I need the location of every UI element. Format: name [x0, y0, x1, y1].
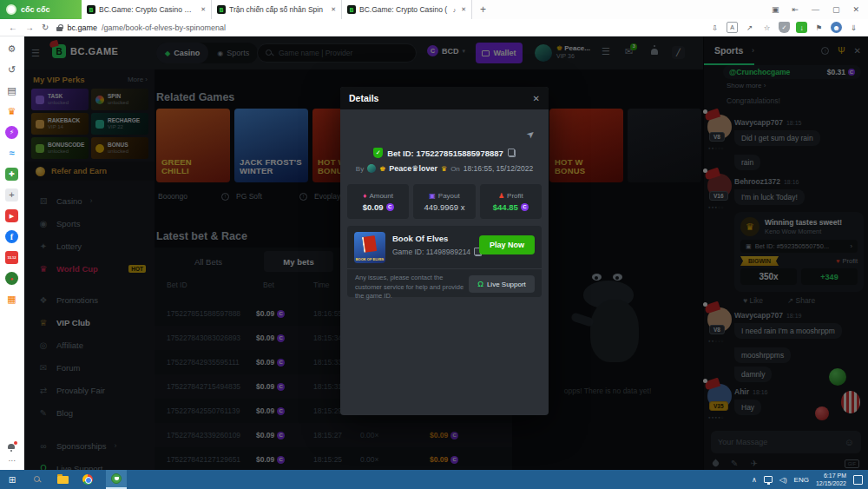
promo-bell-icon[interactable]: ⚑ [813, 22, 825, 33]
crown-icon: ♚ [379, 165, 385, 173]
rewards-crown-icon[interactable]: ♛ [5, 105, 18, 118]
copy-icon[interactable] [508, 149, 516, 157]
settings-icon[interactable]: ⚙ [5, 43, 18, 56]
bcgame-page: ☰ B BC.GAME ◆ Casino ◉ Sports [24, 36, 868, 470]
downloads-tray-icon[interactable]: ⇓ [848, 22, 859, 33]
coccoc-brand-button[interactable]: cốc cốc [0, 0, 82, 19]
download-manager-icon[interactable]: ↓ [796, 22, 807, 33]
browser-tabs: BC.Game: Crypto Casino Gan ✕ Trận chiến … [82, 0, 472, 19]
profile-avatar-icon[interactable]: ☻ [831, 22, 842, 33]
tab-favicon [217, 5, 226, 14]
action-center-icon[interactable] [853, 475, 863, 485]
close-icon[interactable]: ✕ [852, 5, 859, 14]
address-bar-icons: ⇩A↗☆✓↓⚑☻⇓ [709, 22, 859, 33]
tab-audio-icon: ♪ [453, 7, 457, 13]
tray-expand-icon[interactable]: ∧ [752, 476, 757, 484]
money-icon: ♦ [363, 192, 366, 200]
facebook-icon[interactable]: f [5, 230, 18, 243]
adblock-shield-icon[interactable]: ✓ [779, 22, 790, 33]
share-arrow-icon[interactable]: ➤ [524, 128, 537, 142]
reload-icon[interactable]: ↻ [42, 23, 49, 32]
bettor-name[interactable]: Peace♛lover [389, 164, 437, 173]
holiday-ornament-icon[interactable]: ● [5, 272, 18, 285]
calendar-icon[interactable]: 15.12 [5, 251, 18, 264]
tab-close-icon[interactable]: ✕ [329, 6, 336, 13]
language-indicator[interactable]: ENG [794, 476, 809, 484]
headset-icon: Ω [477, 280, 483, 288]
game-id: Game ID: 11498989214 [392, 248, 482, 256]
start-button[interactable]: ⊞ [5, 472, 19, 486]
divider [347, 268, 542, 269]
browser-side-icons: ⚙↺▤♛⚡≈✚+▶f15.12●▦ [5, 43, 18, 306]
new-tab-button[interactable]: + [472, 3, 494, 16]
youtube-icon[interactable]: ▶ [5, 209, 18, 222]
bettor-avatar [367, 164, 376, 173]
crown-icon: ♛ [441, 165, 447, 173]
game-info-box: BOOK OF ELVES Book Of Elves Game ID: 114… [347, 226, 542, 297]
url-host: bc.game [67, 23, 97, 32]
tab-close-icon[interactable]: ✕ [459, 6, 466, 13]
game-center-icon[interactable]: ✚ [5, 168, 18, 181]
address-bar: ← → ↻ bc.game/game/book-of-elves-by-spin… [0, 19, 868, 36]
messenger-icon[interactable]: ⚡ [5, 126, 18, 139]
brand-label: cốc cốc [21, 5, 50, 14]
verified-shield-icon [373, 148, 383, 158]
bet-details-modal: Details ✕ ➤ Bet ID: 1752278515885978887 … [340, 87, 549, 415]
bcd-coin-icon [521, 203, 529, 211]
maximize-icon[interactable]: ▢ [832, 5, 840, 14]
bet-id-text: Bet ID: 1752278515885978887 [387, 149, 503, 158]
play-now-button[interactable]: Play Now [479, 235, 535, 254]
more-tools-icon[interactable]: ⋯ [9, 457, 16, 465]
news-feed-icon[interactable]: ≈ [5, 147, 18, 160]
coccoc-logo-icon [6, 4, 16, 15]
stat-profit: ♟Profit $44.85 [480, 184, 542, 219]
taskbar-clock[interactable]: 6:17 PM 12/15/2022 [816, 472, 846, 487]
tab-title: BC.Game: Crypto Casino Gan [99, 5, 195, 14]
tab-favicon [347, 5, 356, 14]
minimize-icon[interactable]: — [812, 5, 819, 14]
tab-title: BC.Game: Crypto Casino ( [359, 5, 450, 14]
bcd-coin-icon [386, 203, 394, 211]
game-thumbnail[interactable]: BOOK OF ELVES [354, 232, 385, 263]
game-title: Book Of Elves [392, 234, 448, 243]
tab-title: Trận chiến cấp số nhân Spin [229, 5, 326, 14]
live-support-button[interactable]: Ω Live Support [469, 275, 535, 293]
volume-icon[interactable]: ◁) [779, 476, 787, 484]
reading-list-icon[interactable]: ▤ [5, 84, 18, 97]
stat-payout: ▣Payout 449.9969 x [413, 184, 475, 219]
chrome-icon[interactable] [81, 472, 95, 486]
notifications-bell-icon[interactable] [7, 443, 16, 452]
browser-tab-strip: cốc cốc BC.Game: Crypto Casino Gan ✕ Trậ… [0, 0, 868, 19]
browser-tab[interactable]: Trận chiến cấp số nhân Spin ✕ [212, 0, 342, 19]
save-page-icon[interactable]: ⇩ [709, 22, 720, 33]
browser-side-toolbar: ⚙↺▤♛⚡≈✚+▶f15.12●▦ ⋯ [0, 36, 24, 470]
profit-icon: ♟ [498, 192, 504, 200]
shopping-cart-icon[interactable]: ▦ [5, 293, 18, 306]
windows-taskbar: ⊞ ∧ ◁) ENG 6:17 PM 12/15/2022 [0, 470, 868, 489]
bet-datetime: 18:16:55, 15/12/2022 [464, 164, 533, 173]
book-icon [362, 235, 377, 253]
coccoc-taskbar-icon[interactable] [106, 470, 127, 489]
screen: cốc cốc BC.Game: Crypto Casino Gan ✕ Trậ… [0, 0, 868, 489]
back-icon[interactable]: ← [9, 23, 17, 32]
add-shortcut-icon[interactable]: + [5, 188, 18, 202]
bookmark-star-icon[interactable]: ☆ [761, 22, 773, 33]
support-note: Any issues, please contact the customer … [355, 274, 466, 301]
lock-icon [56, 24, 62, 31]
translate-icon[interactable]: A [727, 22, 738, 33]
forward-icon[interactable]: → [25, 23, 34, 32]
browser-tab[interactable]: BC.Game: Crypto Casino Gan ✕ [82, 0, 212, 19]
file-explorer-icon[interactable] [56, 472, 69, 486]
modal-close-icon[interactable]: ✕ [533, 94, 540, 103]
share-icon[interactable]: ↗ [744, 22, 755, 33]
browser-tab[interactable]: BC.Game: Crypto Casino ( ♪ ✕ [342, 0, 472, 19]
tab-strip-icon[interactable]: ⇤ [792, 5, 799, 14]
browser-side-bottom: ⋯ [7, 443, 16, 465]
wallet-icon: ▣ [429, 192, 436, 200]
panel-search-icon[interactable]: ▣ [772, 5, 779, 14]
taskbar-search-icon[interactable] [30, 472, 44, 486]
network-icon[interactable] [764, 476, 773, 483]
tab-close-icon[interactable]: ✕ [199, 6, 206, 13]
url-field[interactable]: bc.game/game/book-of-elves-by-spinomenal [56, 23, 226, 32]
history-icon[interactable]: ↺ [5, 63, 18, 76]
